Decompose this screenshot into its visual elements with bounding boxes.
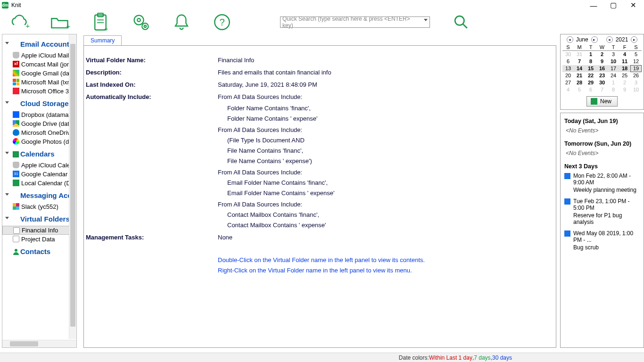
microsoft-icon: [13, 79, 19, 85]
auto-rule-source3: From All Data Sources Include:: [84, 167, 556, 178]
sidebar-item-icloud-calendar[interactable]: Apple iCloud Caler: [2, 161, 76, 170]
xfinity-icon: xf: [13, 61, 19, 67]
agenda-event[interactable]: Tue Feb 23, 1:00 PM - 5:00 PM: [564, 198, 640, 211]
sidebar-item-office365[interactable]: Microsoft Office 36: [2, 87, 76, 96]
tab-strip: Summary: [83, 34, 556, 45]
section-messaging[interactable]: Messaging Acc: [2, 188, 76, 202]
google-drive-icon: [13, 120, 19, 127]
sidebar-item-onedrive[interactable]: Microsoft OneDriv: [2, 128, 76, 137]
apple-icon: [13, 52, 19, 58]
agenda-next-heading: Next 3 Days: [564, 163, 640, 170]
calendar-event-icon: [564, 173, 570, 179]
sidebar-item-slack[interactable]: Slack (yc552): [2, 202, 76, 211]
sidebar-item-google-calendar[interactable]: 31Google Calendar (: [2, 170, 76, 179]
chevron-down-icon: [5, 101, 9, 104]
agenda-event[interactable]: Wed May 08 2019, 1:00 PM - ...: [564, 230, 640, 243]
section-virtual-folders[interactable]: Virtual Folders: [2, 211, 76, 226]
svg-text:+: +: [66, 22, 70, 30]
quick-search-input[interactable]: Quick Search (type search here & press <…: [280, 16, 430, 28]
sidebar-hscrollbar[interactable]: [2, 340, 76, 347]
sidebar-item-project-data[interactable]: Project Data: [2, 235, 76, 244]
folder-add-icon[interactable]: +: [49, 11, 71, 33]
svg-point-15: [15, 249, 17, 252]
svg-point-13: [455, 16, 464, 25]
next-year-button[interactable]: ▸: [631, 36, 637, 43]
minimize-button[interactable]: —: [589, 1, 598, 9]
section-contacts[interactable]: Contacts: [2, 244, 76, 258]
sidebar-item-google-drive[interactable]: Google Drive (data: [2, 119, 76, 128]
tab-summary[interactable]: Summary: [83, 35, 122, 45]
value-mgmt-tasks: None: [218, 232, 232, 243]
label-mgmt-tasks: Management Tasks:: [86, 232, 218, 243]
section-email-accounts[interactable]: Email Accounts: [2, 36, 76, 51]
auto-rule-3b: Email Folder Name Contains ' expense': [84, 188, 556, 198]
agenda-event-desc: Reserve for P1 bug analysis: [573, 212, 640, 225]
bell-icon[interactable]: [171, 11, 192, 33]
gmail-icon: [13, 70, 19, 76]
search-run-icon[interactable]: [454, 15, 469, 30]
agenda-tomorrow-empty: <No Events>: [566, 150, 640, 156]
cal-month: June: [576, 36, 588, 43]
label-description: Description:: [86, 67, 218, 78]
section-calendars[interactable]: Calendars: [2, 146, 76, 161]
value-description: Files and emails that contain financial …: [218, 67, 331, 78]
sidebar-item-apple-mail[interactable]: Apple iCloud Mail (: [2, 51, 76, 60]
auto-rule-4b: Contact Mailbox Contains ' expense': [84, 220, 556, 230]
calendar-event-icon: [564, 230, 570, 237]
clipboard-icon[interactable]: +: [90, 11, 111, 33]
auto-rule-source1: From All Data Sources Include:: [218, 92, 302, 102]
title-bar: dm Knit — ▢ ✕: [0, 0, 644, 10]
dropbox-icon: [13, 111, 19, 118]
sidebar-item-gmail[interactable]: Google Gmail (data: [2, 69, 76, 78]
cloud-add-icon[interactable]: +: [8, 11, 30, 33]
svg-point-7: [134, 16, 144, 25]
auto-rule-2a: (File Type Is Document AND: [84, 135, 556, 146]
google-calendar-icon: 31: [13, 171, 19, 177]
sidebar-item-dropbox[interactable]: Dropbox (datamat: [2, 110, 76, 119]
search-dropdown-icon[interactable]: [424, 19, 428, 21]
close-button[interactable]: ✕: [629, 1, 637, 9]
help-icon[interactable]: ?: [211, 11, 233, 33]
chevron-down-icon: [5, 42, 9, 44]
auto-rule-1b: Folder Name Contains ' expense': [84, 114, 556, 124]
settings-gear-icon[interactable]: [130, 11, 152, 33]
agenda-event-desc: Bug scrub: [573, 244, 640, 251]
sidebar-item-comcast-mail[interactable]: xfComcast Mail (jona: [2, 60, 76, 69]
svg-point-9: [142, 23, 148, 29]
sidebar-item-microsoft-mail[interactable]: Microsoft Mail (lxm: [2, 78, 76, 87]
search-placeholder: Quick Search (type search here & press <…: [282, 16, 420, 29]
sidebar-item-google-photos[interactable]: Google Photos (da: [2, 137, 76, 146]
sidebar-vscrollbar[interactable]: [69, 34, 76, 339]
calendar-grid[interactable]: SMTWTFS 30311234567891011121314151617181…: [562, 44, 642, 93]
main-toolbar: + + + ? Quick Search (type search here &…: [0, 10, 644, 34]
central-panel: Summary Virtual Folder Name:Financial In…: [83, 34, 556, 348]
sidebar-item-local-calendar[interactable]: Local Calendar (Da: [2, 179, 76, 188]
footer-30day: 30 days: [492, 354, 512, 361]
auto-rule-3a: Email Folder Name Contains 'financ',: [84, 178, 556, 188]
app-icon: dm: [2, 2, 8, 8]
agenda-event[interactable]: Mon Feb 22, 8:00 AM - 9:00 AM: [564, 173, 640, 186]
summary-panel: Virtual Folder Name:Financial Info Descr…: [83, 45, 556, 348]
section-cloud-storage[interactable]: Cloud Storage: [2, 96, 76, 110]
onedrive-icon: [13, 129, 19, 136]
auto-rule-source2: From All Data Sources Include:: [84, 125, 556, 135]
value-folder-name: Financial Info: [218, 55, 254, 66]
new-event-button[interactable]: New: [586, 96, 618, 107]
right-pane: ◂ June ▸ ◂ 2021 ▸ SMTWTFS 30311234567891…: [560, 34, 644, 348]
next-month-button[interactable]: ▸: [591, 36, 598, 43]
prev-year-button[interactable]: ◂: [606, 36, 613, 43]
sidebar-item-financial-info[interactable]: Financial Info: [2, 226, 76, 235]
calendar-event-icon: [564, 198, 570, 205]
mini-calendar: ◂ June ▸ ◂ 2021 ▸ SMTWTFS 30311234567891…: [560, 34, 644, 110]
auto-rule-2b: File Name Contains 'financ',: [84, 146, 556, 156]
slack-icon: [13, 203, 19, 210]
prev-month-button[interactable]: ◂: [567, 36, 573, 43]
local-calendar-icon: [13, 180, 19, 186]
svg-text:?: ?: [219, 17, 224, 27]
svg-point-10: [144, 25, 146, 27]
cal-year: 2021: [616, 36, 628, 43]
maximize-button[interactable]: ▢: [609, 1, 618, 9]
chevron-down-icon: [5, 217, 9, 219]
window-title: Knit: [11, 2, 21, 8]
hint-doubleclick: Double-Click on the Virtual Folder name …: [84, 255, 556, 265]
